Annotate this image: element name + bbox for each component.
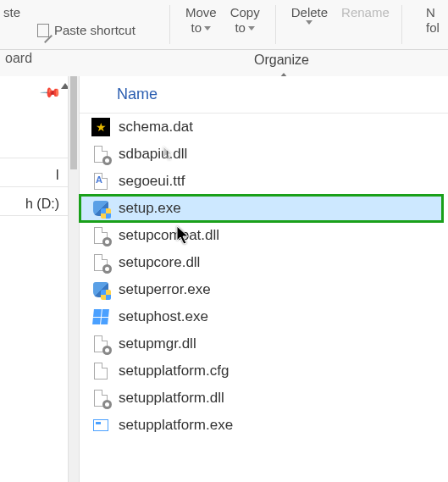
chevron-down-icon (204, 26, 211, 30)
scroll-thumb[interactable] (70, 76, 77, 169)
nav-drive[interactable]: h (D:) (22, 191, 63, 217)
file-name: sdbapiu.dll (119, 146, 187, 163)
file-row[interactable]: setupplatform.cfg (80, 357, 448, 385)
file-name: setup.exe (119, 200, 181, 217)
file-name: setupmgr.dll (119, 335, 196, 352)
dll-icon (91, 389, 110, 407)
app-icon (91, 416, 110, 435)
shortcut-icon (37, 24, 49, 37)
nav-pane: 📌 I h (D:) (0, 76, 68, 482)
file-name: setuphost.exe (119, 308, 208, 325)
file-name: setupplatform.cfg (119, 363, 229, 380)
rename-button[interactable]: Rename (335, 5, 396, 20)
file-row[interactable]: setuperror.exe (80, 276, 448, 303)
windows-icon (91, 307, 110, 326)
file-icon (91, 362, 110, 380)
file-list: schema.datsdbapiu.dllAsegoeui.ttfsetup.e… (80, 114, 448, 439)
file-row[interactable]: setupplatform.dll (80, 385, 448, 412)
new-folder-partial: N fol (426, 0, 448, 36)
divider (275, 5, 276, 44)
installer-icon (91, 280, 110, 299)
file-name: schema.dat (119, 119, 193, 136)
file-name: setupcompat.dll (119, 227, 219, 244)
dat-icon (91, 118, 110, 136)
pin-icon[interactable]: 📌 (39, 81, 63, 105)
file-row[interactable]: setuphost.exe (80, 303, 448, 330)
divider (401, 5, 402, 44)
dll-icon (91, 335, 110, 353)
scrollbar[interactable] (68, 76, 80, 482)
chevron-down-icon (306, 20, 312, 25)
column-name[interactable]: Name (117, 86, 158, 103)
file-list-view: Name schema.datsdbapiu.dllAsegoeui.ttfse… (80, 76, 448, 482)
file-row[interactable]: sdbapiu.dll (80, 141, 448, 168)
file-row[interactable]: schema.dat (80, 114, 448, 141)
delete-button[interactable]: Delete (285, 5, 335, 25)
file-name: setuperror.exe (119, 281, 211, 298)
file-row[interactable]: Asegoeui.ttf (80, 168, 448, 195)
column-header[interactable]: Name (80, 76, 448, 114)
clipboard-group-partial: oard (5, 51, 32, 66)
file-name: setupplatform.dll (119, 390, 224, 407)
chevron-down-icon (248, 26, 255, 30)
dll-icon (91, 226, 110, 245)
ribbon-separator (0, 49, 448, 50)
file-row[interactable]: setupplatform.exe (80, 412, 448, 439)
file-row[interactable]: setupmgr.dll (80, 330, 448, 357)
paste-partial: ste (3, 5, 161, 19)
nav-item-partial[interactable]: I (53, 163, 63, 188)
paste-shortcut-button[interactable]: Paste shortcut (37, 23, 161, 37)
paste-shortcut-label: Paste shortcut (54, 23, 136, 37)
divider (169, 5, 170, 44)
file-row[interactable]: setupcore.dll (80, 249, 448, 276)
installer-icon (91, 199, 110, 218)
copy-to-button[interactable]: Copy to (224, 5, 267, 36)
dll-icon (91, 253, 110, 272)
organize-group-label: Organize (254, 53, 309, 68)
ribbon: ste Paste shortcut Move to Copy to Delet… (0, 0, 448, 41)
file-row[interactable]: setupcompat.dll (80, 222, 448, 249)
font-icon: A (91, 172, 110, 191)
file-name: setupcore.dll (119, 254, 200, 271)
dll-icon (91, 145, 110, 163)
file-row[interactable]: setup.exe (80, 195, 443, 222)
file-name: setupplatform.exe (119, 417, 233, 434)
file-name: segoeui.ttf (119, 173, 185, 190)
move-to-button[interactable]: Move to (179, 5, 224, 36)
